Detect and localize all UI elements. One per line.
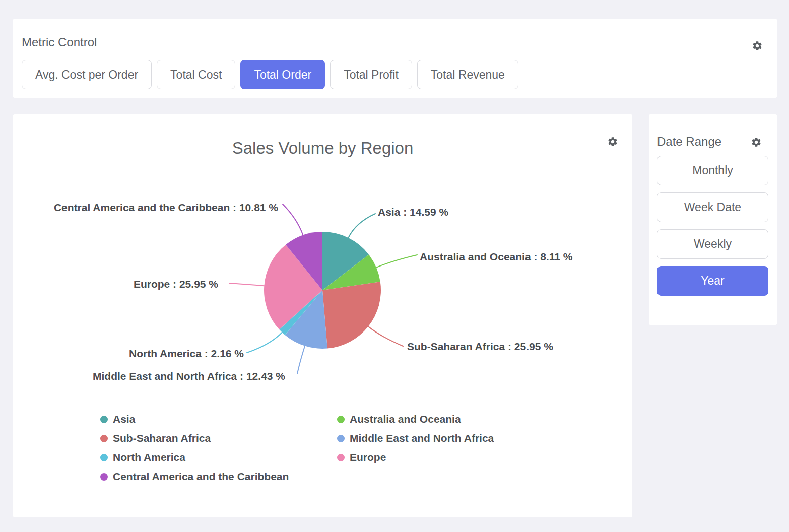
pie-callout-middle-east-and-north-africa: Middle East and North Africa : 12.43 % <box>93 370 285 383</box>
metric-control-panel: Metric Control Avg. Cost per OrderTotal … <box>13 19 777 98</box>
pie-leader-line-asia <box>348 214 375 238</box>
metric-control-title: Metric Control <box>22 35 97 49</box>
pie-callout-australia-and-oceania: Australia and Oceania : 8.11 % <box>420 250 572 263</box>
pie-leader-line-europe <box>229 283 264 286</box>
metric-button-total-cost[interactable]: Total Cost <box>157 60 235 89</box>
pie-callout-sub-saharan-africa: Sub-Saharan Africa : 25.95 % <box>407 340 553 353</box>
legend-label: Asia <box>113 414 135 425</box>
dashboard-page: Metric Control Avg. Cost per OrderTotal … <box>0 0 789 532</box>
legend-item-australia-and-oceania[interactable]: Australia and Oceania <box>337 414 461 425</box>
legend-swatch-north-america <box>100 454 108 461</box>
legend-swatch-asia <box>100 416 108 423</box>
metric-button-total-order[interactable]: Total Order <box>240 60 325 89</box>
date-range-panel: Date Range MonthlyWeek DateWeeklyYear <box>649 114 777 325</box>
date-range-title: Date Range <box>657 135 721 149</box>
legend-label: Australia and Oceania <box>350 414 461 425</box>
date-button-year[interactable]: Year <box>657 266 768 296</box>
pie-slice-sub-saharan-africa[interactable] <box>322 282 381 348</box>
legend-label: Middle East and North Africa <box>350 433 494 444</box>
pie-callout-central-america-and-the-caribbean: Central America and the Caribbean : 10.8… <box>54 201 278 214</box>
pie-leader-line-sub-saharan-africa <box>368 326 403 346</box>
legend-swatch-middle-east-and-north-africa <box>337 435 345 442</box>
legend-item-middle-east-and-north-africa[interactable]: Middle East and North Africa <box>337 433 494 444</box>
legend-item-europe[interactable]: Europe <box>337 452 386 463</box>
pie-callout-europe: Europe : 25.95 % <box>134 278 218 291</box>
pie-callout-asia: Asia : 14.59 % <box>378 206 448 219</box>
sales-volume-chart-panel: Sales Volume by Region Asia : 14.59 %Aus… <box>13 114 632 517</box>
legend-item-north-america[interactable]: North America <box>100 452 185 463</box>
pie-leader-line-north-america <box>247 332 282 353</box>
metric-button-total-revenue[interactable]: Total Revenue <box>417 60 518 89</box>
pie-callout-north-america: North America : 2.16 % <box>129 347 244 360</box>
legend-swatch-central-america-and-the-caribbean <box>100 473 108 481</box>
legend-item-asia[interactable]: Asia <box>100 414 135 425</box>
legend-label: Europe <box>350 452 386 463</box>
legend-swatch-sub-saharan-africa <box>100 435 108 442</box>
pie-leader-line-middle-east-and-north-africa <box>297 346 305 374</box>
gear-icon[interactable] <box>751 137 762 148</box>
metric-buttons-row: Avg. Cost per OrderTotal CostTotal Order… <box>22 60 518 89</box>
date-range-buttons: MonthlyWeek DateWeeklyYear <box>657 156 768 296</box>
date-button-week-date[interactable]: Week Date <box>657 192 768 222</box>
metric-button-avg-cost-per-order[interactable]: Avg. Cost per Order <box>22 60 152 89</box>
legend-label: Central America and the Caribbean <box>113 471 289 482</box>
legend-label: North America <box>113 452 185 463</box>
date-button-monthly[interactable]: Monthly <box>657 156 768 185</box>
legend-item-sub-saharan-africa[interactable]: Sub-Saharan Africa <box>100 433 211 444</box>
date-button-weekly[interactable]: Weekly <box>657 229 768 259</box>
metric-button-total-profit[interactable]: Total Profit <box>330 60 412 89</box>
legend-item-central-america-and-the-caribbean[interactable]: Central America and the Caribbean <box>100 471 289 482</box>
legend-swatch-europe <box>337 454 345 461</box>
legend-swatch-australia-and-oceania <box>337 416 345 423</box>
legend-label: Sub-Saharan Africa <box>113 433 211 444</box>
pie-leader-line-central-america-and-the-caribbean <box>283 204 303 235</box>
pie-leader-line-australia-and-oceania <box>376 255 417 268</box>
gear-icon[interactable] <box>752 40 763 51</box>
